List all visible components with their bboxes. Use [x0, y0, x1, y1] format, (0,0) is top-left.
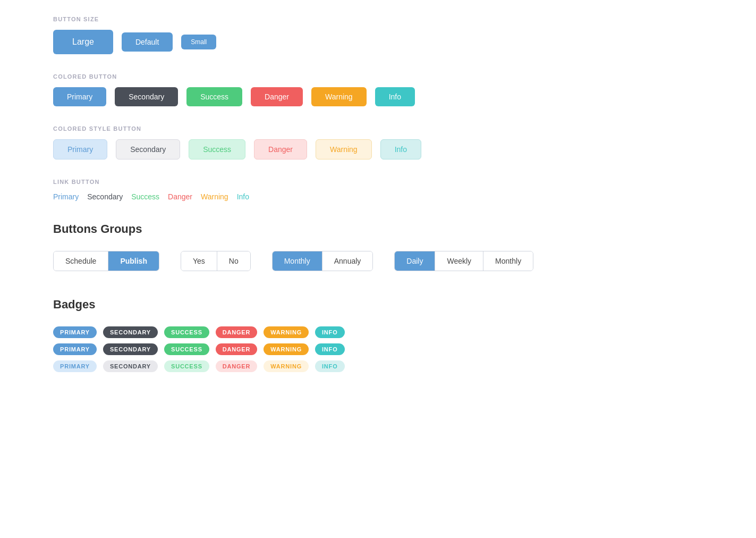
badge-warning-3: WARNING [264, 360, 309, 372]
secondary-link-button[interactable]: Secondary [87, 192, 123, 201]
info-link-button[interactable]: Info [237, 192, 249, 201]
schedule-button[interactable]: Schedule [54, 251, 108, 271]
info-style-button[interactable]: Info [380, 139, 421, 159]
badge-secondary-3: SECONDARY [103, 360, 158, 372]
warning-colored-button[interactable]: Warning [311, 87, 367, 106]
badge-primary-3: PRIMARY [53, 360, 97, 372]
badge-danger-1: DANGER [216, 326, 257, 338]
link-button-label: LINK BUTTON [53, 179, 703, 185]
badges-section: Badges PRIMARY SECONDARY SUCCESS DANGER … [53, 298, 703, 372]
danger-style-button[interactable]: Danger [254, 139, 307, 159]
colored-style-row: Primary Secondary Success Danger Warning… [53, 139, 703, 159]
monthly2-button[interactable]: Monthly [483, 251, 533, 271]
badge-row-2: PRIMARY SECONDARY SUCCESS DANGER WARNING… [53, 343, 703, 355]
primary-colored-button[interactable]: Primary [53, 87, 106, 106]
badges-rows: PRIMARY SECONDARY SUCCESS DANGER WARNING… [53, 326, 703, 372]
no-button[interactable]: No [217, 251, 250, 271]
badge-info-1: INFO [315, 326, 344, 338]
yes-button[interactable]: Yes [181, 251, 217, 271]
weekly-button[interactable]: Weekly [435, 251, 483, 271]
colored-button-label: COLORED BUTTON [53, 73, 703, 80]
warning-link-button[interactable]: Warning [201, 192, 228, 201]
colored-button-row: Primary Secondary Success Danger Warning… [53, 87, 703, 106]
badge-secondary-2: SECONDARY [103, 343, 158, 355]
daily-weekly-monthly-group: Daily Weekly Monthly [394, 251, 533, 271]
badge-primary-2: PRIMARY [53, 343, 97, 355]
warning-style-button[interactable]: Warning [316, 139, 372, 159]
default-button[interactable]: Default [122, 32, 173, 52]
success-link-button[interactable]: Success [131, 192, 159, 201]
danger-colored-button[interactable]: Danger [251, 87, 303, 106]
schedule-publish-group: Schedule Publish [53, 251, 159, 271]
large-button[interactable]: Large [53, 30, 113, 54]
badge-row-1: PRIMARY SECONDARY SUCCESS DANGER WARNING… [53, 326, 703, 338]
publish-button[interactable]: Publish [108, 251, 159, 271]
success-style-button[interactable]: Success [189, 139, 245, 159]
badge-success-2: SUCCESS [164, 343, 209, 355]
yes-no-group: Yes No [181, 251, 251, 271]
primary-style-button[interactable]: Primary [53, 139, 107, 159]
monthly-button[interactable]: Monthly [273, 251, 322, 271]
link-button-section: LINK BUTTON Primary Secondary Success Da… [53, 179, 703, 201]
daily-button[interactable]: Daily [395, 251, 435, 271]
badge-warning-1: WARNING [264, 326, 309, 338]
colored-style-section: COLORED STYLE BUTTON Primary Secondary S… [53, 125, 703, 159]
button-size-label: BUTTON SIZE [53, 16, 703, 22]
badge-info-2: INFO [315, 343, 344, 355]
button-size-row: Large Default Small [53, 30, 703, 54]
badge-danger-2: DANGER [216, 343, 257, 355]
small-button[interactable]: Small [181, 35, 216, 49]
success-colored-button[interactable]: Success [186, 87, 242, 106]
button-size-section: BUTTON SIZE Large Default Small [53, 16, 703, 54]
groups-row: Schedule Publish Yes No Monthly Annualy … [53, 251, 703, 271]
badges-title: Badges [53, 298, 703, 312]
badge-success-1: SUCCESS [164, 326, 209, 338]
monthly-annualy-group: Monthly Annualy [272, 251, 373, 271]
info-colored-button[interactable]: Info [375, 87, 415, 106]
button-groups-section: Buttons Groups Schedule Publish Yes No M… [53, 222, 703, 271]
secondary-colored-button[interactable]: Secondary [115, 87, 178, 106]
badge-secondary-1: SECONDARY [103, 326, 158, 338]
badge-success-3: SUCCESS [164, 360, 209, 372]
primary-link-button[interactable]: Primary [53, 192, 79, 201]
colored-style-label: COLORED STYLE BUTTON [53, 125, 703, 132]
secondary-style-button[interactable]: Secondary [116, 139, 180, 159]
badge-info-3: INFO [315, 360, 344, 372]
button-groups-title: Buttons Groups [53, 222, 703, 236]
badge-danger-3: DANGER [216, 360, 257, 372]
danger-link-button[interactable]: Danger [168, 192, 192, 201]
colored-button-section: COLORED BUTTON Primary Secondary Success… [53, 73, 703, 106]
badge-primary-1: PRIMARY [53, 326, 97, 338]
link-button-row: Primary Secondary Success Danger Warning… [53, 192, 703, 201]
annualy-button[interactable]: Annualy [322, 251, 373, 271]
badge-warning-2: WARNING [264, 343, 309, 355]
badge-row-3: PRIMARY SECONDARY SUCCESS DANGER WARNING… [53, 360, 703, 372]
